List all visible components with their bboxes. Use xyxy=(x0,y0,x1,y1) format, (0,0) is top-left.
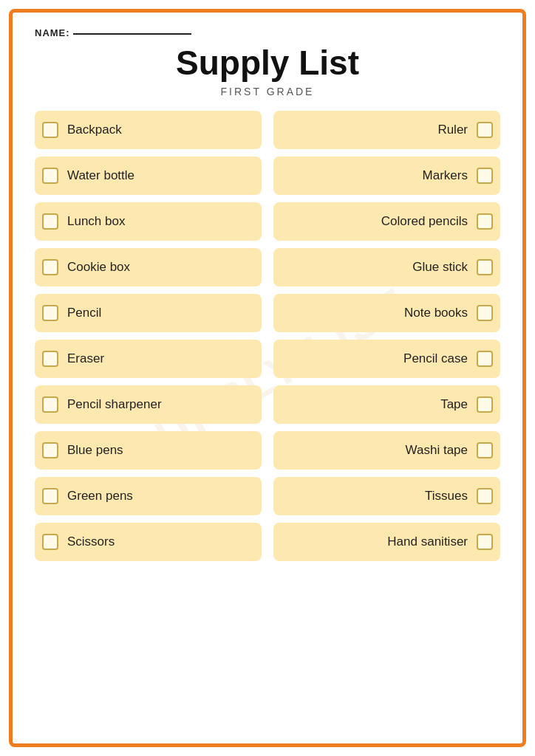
left-list-item: Backpack xyxy=(35,111,262,149)
right-list-item: Pencil case xyxy=(273,340,500,378)
checkbox[interactable] xyxy=(42,534,58,550)
checkbox[interactable] xyxy=(477,168,493,184)
checkbox[interactable] xyxy=(42,213,58,230)
right-list-item: Colored pencils xyxy=(273,202,500,241)
left-list-item: Pencil xyxy=(35,294,262,332)
left-list-item: Cookie box xyxy=(35,248,262,286)
checkbox[interactable] xyxy=(477,213,493,230)
right-list-item: Hand sanitiser xyxy=(273,523,500,561)
item-label: Note books xyxy=(404,306,468,320)
item-label: Markers xyxy=(423,168,468,183)
item-label: Ruler xyxy=(437,123,468,137)
checkbox[interactable] xyxy=(477,396,493,413)
page-title: Supply List xyxy=(35,43,500,83)
right-list-item: Tape xyxy=(273,385,500,424)
item-label: Lunch box xyxy=(67,214,125,229)
checkbox[interactable] xyxy=(42,122,58,138)
left-list-item: Pencil sharpener xyxy=(35,385,262,424)
item-label: Green pens xyxy=(67,489,133,504)
checkbox[interactable] xyxy=(477,351,493,367)
supply-list-page: SUPPLY LIST NAME: Supply List FIRST GRAD… xyxy=(9,9,526,747)
item-label: Backpack xyxy=(67,123,122,137)
checkbox[interactable] xyxy=(42,442,58,458)
checkbox[interactable] xyxy=(42,351,58,367)
checkbox[interactable] xyxy=(477,122,493,138)
item-label: Hand sanitiser xyxy=(387,535,468,549)
item-label: Washi tape xyxy=(406,443,468,458)
checkbox[interactable] xyxy=(42,305,58,321)
right-list-item: Note books xyxy=(273,294,500,332)
right-list-item: Markers xyxy=(273,157,500,195)
checkbox[interactable] xyxy=(477,305,493,321)
left-list-item: Eraser xyxy=(35,340,262,378)
right-list-item: Tissues xyxy=(273,477,500,515)
item-label: Scissors xyxy=(67,535,115,549)
item-label: Pencil sharpener xyxy=(67,397,162,412)
item-label: Water bottle xyxy=(67,168,134,183)
item-label: Pencil xyxy=(67,306,101,320)
item-label: Tape xyxy=(440,397,468,412)
grade-subtitle: FIRST GRADE xyxy=(35,86,500,97)
checkbox[interactable] xyxy=(477,442,493,458)
checkbox[interactable] xyxy=(42,488,58,504)
supply-grid: BackpackRulerWater bottleMarkersLunch bo… xyxy=(35,111,500,561)
left-list-item: Water bottle xyxy=(35,157,262,195)
item-label: Tissues xyxy=(425,489,468,504)
left-list-item: Green pens xyxy=(35,477,262,515)
item-label: Eraser xyxy=(67,351,104,366)
item-label: Glue stick xyxy=(412,260,468,275)
left-list-item: Lunch box xyxy=(35,202,262,241)
right-list-item: Washi tape xyxy=(273,431,500,470)
left-list-item: Blue pens xyxy=(35,431,262,470)
item-label: Colored pencils xyxy=(381,214,468,229)
left-list-item: Scissors xyxy=(35,523,262,561)
checkbox[interactable] xyxy=(477,488,493,504)
name-field-label: NAME: xyxy=(35,27,500,38)
right-list-item: Glue stick xyxy=(273,248,500,286)
checkbox[interactable] xyxy=(477,534,493,550)
checkbox[interactable] xyxy=(42,168,58,184)
checkbox[interactable] xyxy=(477,259,493,275)
item-label: Cookie box xyxy=(67,260,130,275)
checkbox[interactable] xyxy=(42,396,58,413)
checkbox[interactable] xyxy=(42,259,58,275)
item-label: Pencil case xyxy=(403,351,468,366)
item-label: Blue pens xyxy=(67,443,123,458)
right-list-item: Ruler xyxy=(273,111,500,149)
